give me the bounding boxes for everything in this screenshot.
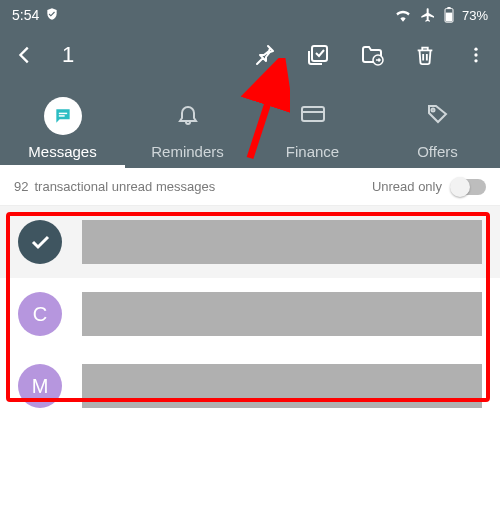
category-tabs: Messages Reminders Finance Offers [0, 80, 500, 168]
pin-button[interactable] [252, 43, 276, 67]
selected-count: 1 [62, 42, 74, 68]
tag-icon [426, 102, 450, 130]
message-row-selected[interactable] [0, 206, 500, 278]
tab-reminders[interactable]: Reminders [125, 80, 250, 168]
avatar[interactable]: M [18, 364, 62, 408]
unread-count: 92 [14, 179, 28, 194]
tab-label: Messages [28, 143, 96, 160]
tab-messages[interactable]: Messages [0, 80, 125, 168]
unread-only-toggle[interactable] [452, 179, 486, 195]
back-button[interactable] [14, 44, 36, 66]
message-icon [44, 97, 82, 135]
tab-label: Offers [417, 143, 458, 160]
message-row[interactable]: M [0, 350, 500, 422]
svg-rect-1 [447, 7, 450, 9]
tab-finance[interactable]: Finance [250, 80, 375, 168]
avatar[interactable]: C [18, 292, 62, 336]
tab-label: Finance [286, 143, 339, 160]
message-preview-redacted [82, 292, 482, 336]
battery-percent: 73% [462, 8, 488, 23]
battery-icon [444, 7, 454, 23]
wifi-icon [394, 8, 412, 22]
tab-offers[interactable]: Offers [375, 80, 500, 168]
clock: 5:54 [12, 7, 39, 23]
svg-point-13 [431, 109, 434, 112]
svg-rect-11 [302, 107, 324, 121]
bell-icon [176, 102, 200, 130]
delete-button[interactable] [414, 44, 436, 66]
filter-bar: 92 transactional unread messages Unread … [0, 168, 500, 206]
svg-rect-10 [58, 115, 64, 117]
svg-rect-2 [446, 13, 452, 22]
overflow-menu-button[interactable] [466, 45, 486, 65]
filter-label: transactional unread messages [34, 179, 215, 194]
message-preview-redacted [82, 220, 482, 264]
svg-point-8 [474, 59, 477, 62]
status-bar: 5:54 73% [0, 0, 500, 30]
tab-label: Reminders [151, 143, 224, 160]
svg-rect-3 [312, 46, 327, 61]
svg-point-7 [474, 53, 477, 56]
select-all-button[interactable] [306, 43, 330, 67]
shield-icon [45, 7, 59, 24]
toggle-label: Unread only [372, 179, 442, 194]
message-preview-redacted [82, 364, 482, 408]
move-to-folder-button[interactable] [360, 43, 384, 67]
avatar-selected-check[interactable] [18, 220, 62, 264]
card-icon [300, 104, 326, 128]
selection-action-bar: 1 [0, 30, 500, 80]
message-row[interactable]: C [0, 278, 500, 350]
svg-rect-9 [58, 113, 66, 115]
airplane-icon [420, 7, 436, 23]
svg-point-6 [474, 48, 477, 51]
message-list: C M [0, 206, 500, 422]
